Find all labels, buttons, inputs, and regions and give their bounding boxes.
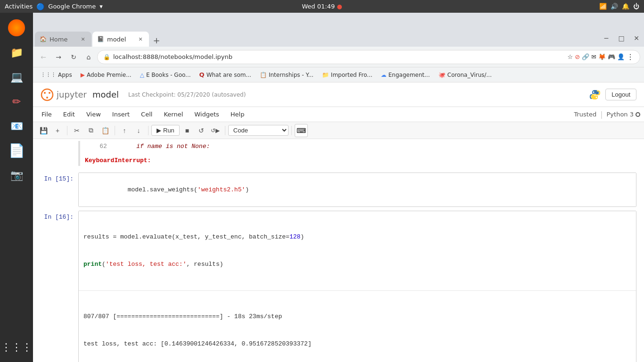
bookmarks-bar: ⋮⋮⋮ Apps ▶ Adobe Premie... △ E Books - G… — [33, 67, 644, 82]
cell-15-input: model.save_weights('weights2.h5') — [79, 173, 636, 206]
sidebar-email[interactable]: 📧 — [5, 115, 28, 137]
sidebar-apps-grid[interactable]: ⋮⋮⋮ — [5, 336, 28, 358]
checkpoint-info: Last Checkpoint: 05/27/2020 (autosaved) — [128, 91, 246, 98]
tab-home[interactable]: 🏠 Home ✕ — [35, 32, 91, 47]
close-button[interactable]: ✕ — [629, 30, 644, 47]
menu-edit[interactable]: Edit — [58, 109, 80, 120]
interrupt-button[interactable]: ■ — [181, 124, 194, 137]
restart-button[interactable]: ↺ — [195, 124, 208, 137]
gdrive-icon: △ — [140, 72, 144, 78]
bookmark-adobe[interactable]: ▶ Adobe Premie... — [77, 71, 135, 79]
menu-cell[interactable]: Cell — [136, 109, 157, 120]
address-bar-icons: ☆ ⊘ 🔗 ✉ 🦊 🎮 👤 ⋮ — [568, 52, 634, 61]
cell-15-content[interactable]: model.save_weights('weights2.h5') — [78, 173, 636, 207]
keyboard-shortcuts-button[interactable]: ⌨ — [295, 124, 308, 137]
tab-model-label: model — [107, 36, 126, 43]
toolbar-separator-4 — [225, 126, 225, 135]
cut-button[interactable]: ✂ — [70, 124, 83, 137]
sidebar-editor[interactable]: ✏️ — [5, 90, 28, 113]
dropdown-icon[interactable]: ▾ — [99, 3, 103, 10]
menu-dots-icon[interactable]: ⋮ — [627, 52, 634, 61]
window-controls — [33, 13, 644, 30]
address-bar[interactable]: 🔒 localhost:8888/notebooks/model.ipynb ☆… — [97, 50, 640, 64]
new-tab-button[interactable]: + — [150, 33, 163, 47]
jupyter-header-right: Logout — [588, 88, 636, 101]
cell-16-output: 807/807 [============================] -… — [79, 290, 636, 362]
address-bar-row: ← → ↻ ⌂ 🔒 localhost:8888/notebooks/model… — [33, 47, 644, 67]
maximize-button[interactable]: □ — [614, 30, 629, 47]
tab-bar: 🏠 Home ✕ 📓 model ✕ + ─ □ ✕ — [33, 30, 644, 47]
cell-type-select[interactable]: CodeMarkdownRaw NBConvert — [228, 125, 289, 136]
power-icon[interactable]: ⏻ — [633, 3, 639, 10]
kernel-info: Python 3 — [607, 111, 640, 118]
partial-error-line: KeyboardInterrupt: — [85, 157, 632, 164]
cell-16-label: In [16]: — [41, 211, 78, 362]
logout-button[interactable]: Logout — [605, 89, 636, 100]
bookmark-imported[interactable]: 📁 Imported Fro... — [318, 71, 376, 79]
bookmark-ebooks[interactable]: △ E Books - Goo... — [136, 71, 195, 79]
quora-icon: Q — [199, 71, 205, 78]
bookmark-star-icon[interactable]: ☆ — [568, 53, 573, 60]
move-up-button[interactable]: ↑ — [118, 124, 131, 137]
activities-label[interactable]: Activities — [5, 3, 33, 10]
bookmark-internships[interactable]: 📋 Internships - Y... — [256, 71, 317, 79]
extension-icon4[interactable]: 🎮 — [608, 53, 615, 60]
tab-model-close[interactable]: ✕ — [137, 35, 144, 43]
reload-button[interactable]: ↻ — [67, 50, 80, 64]
extension-icon3[interactable]: 🦊 — [598, 53, 606, 60]
run-button[interactable]: ▶ Run — [151, 125, 180, 136]
notification-icon[interactable]: 🔔 — [622, 3, 629, 10]
sidebar-camera[interactable]: 📷 — [5, 164, 28, 186]
notebook-name[interactable]: model — [92, 90, 119, 99]
sidebar-terminal[interactable]: 💻 — [5, 66, 28, 88]
bookmark-quora[interactable]: Q What are som... — [196, 70, 255, 79]
sidebar-pdf[interactable]: 📄 — [5, 139, 28, 162]
app-name-label: Google Chrome — [48, 3, 96, 10]
home-button[interactable]: ⌂ — [82, 50, 95, 64]
internship-icon: 📋 — [260, 72, 267, 78]
sidebar-files[interactable]: 📁 — [5, 41, 28, 64]
copy-button[interactable]: ⧉ — [84, 124, 98, 137]
wifi-icon[interactable]: 📶 — [599, 3, 607, 10]
toolbar: 💾 + ✂ ⧉ 📋 ↑ ↓ ▶ Run ■ ↺ ↺▶ CodeMarkdownR… — [33, 122, 644, 139]
menu-insert[interactable]: Insert — [107, 109, 134, 120]
toolbar-separator-3 — [148, 126, 149, 135]
run-icon: ▶ — [157, 127, 161, 134]
bookmark-engagement[interactable]: ☁ Engagement... — [377, 71, 434, 79]
minimize-button[interactable]: ─ — [599, 30, 614, 47]
extension-icon2[interactable]: ✉ — [591, 53, 596, 60]
extension-icon1[interactable]: 🔗 — [582, 53, 589, 60]
cell-16-content[interactable]: results = model.evaluate(x_test, y_test_… — [78, 211, 636, 362]
bookmark-apps[interactable]: ⋮⋮⋮ Apps — [37, 71, 76, 79]
menu-kernel[interactable]: Kernel — [159, 109, 188, 120]
save-button[interactable]: 💾 — [37, 124, 50, 137]
paste-button[interactable]: 📋 — [99, 124, 112, 137]
move-down-button[interactable]: ↓ — [132, 124, 145, 137]
volume-icon[interactable]: 🔊 — [611, 3, 618, 10]
svg-point-3 — [46, 97, 48, 99]
menu-view[interactable]: View — [82, 109, 106, 120]
menu-widgets[interactable]: Widgets — [190, 109, 224, 120]
add-cell-button[interactable]: + — [51, 124, 64, 137]
security-icon: 🔒 — [103, 54, 110, 60]
menu-file[interactable]: File — [37, 109, 57, 120]
forward-button[interactable]: → — [52, 50, 65, 64]
bookmark-corona[interactable]: 🐙 Corona_Virus/... — [435, 71, 495, 79]
adblock-icon[interactable]: ⊘ — [575, 53, 580, 60]
toolbar-separator-5 — [291, 126, 292, 135]
partial-output-cell: 62 if name is not None: KeyboardInterrup… — [33, 139, 644, 167]
url-text: localhost:8888/notebooks/model.ipynb — [113, 53, 232, 60]
profile-icon[interactable]: 👤 — [617, 53, 625, 60]
tab-home-close[interactable]: ✕ — [79, 35, 87, 43]
menu-help[interactable]: Help — [226, 109, 249, 120]
cell-15-label: In [15]: — [41, 173, 78, 207]
svg-point-2 — [49, 92, 50, 94]
jupyter-logo-icon — [41, 88, 54, 101]
sidebar-firefox[interactable] — [5, 16, 28, 39]
restart-run-button[interactable]: ↺▶ — [209, 124, 222, 137]
back-button[interactable]: ← — [37, 50, 50, 64]
notebook-cells: 62 if name is not None: KeyboardInterrup… — [33, 139, 644, 362]
jupyter-logo: jupyter — [41, 88, 87, 101]
cell-15-container: In [15]: model.save_weights('weights2.h5… — [33, 171, 644, 209]
tab-model[interactable]: 📓 model ✕ — [92, 32, 149, 47]
